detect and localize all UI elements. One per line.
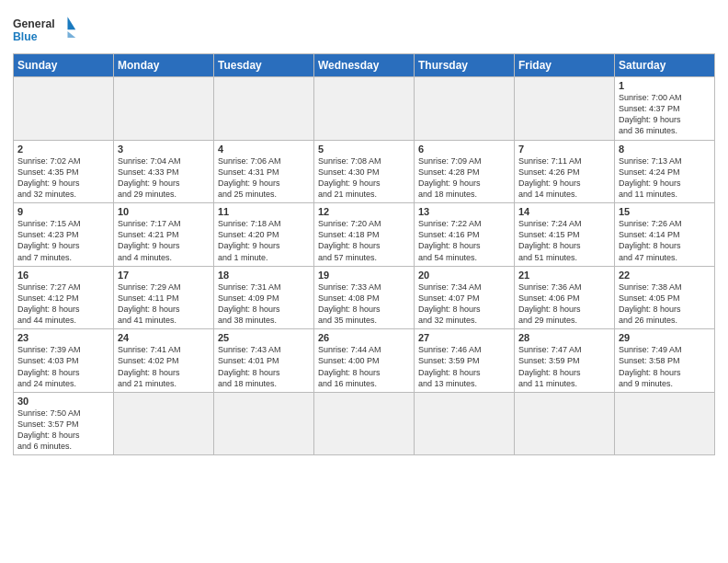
calendar-cell: 4Sunrise: 7:06 AM Sunset: 4:31 PM Daylig… — [214, 140, 314, 203]
logo-svg: General Blue — [13, 13, 77, 48]
day-number: 16 — [17, 270, 109, 281]
day-number: 14 — [518, 206, 610, 217]
calendar-cell — [515, 77, 615, 141]
day-info: Sunrise: 7:36 AM Sunset: 4:06 PM Dayligh… — [518, 282, 610, 327]
calendar-cell: 2Sunrise: 7:02 AM Sunset: 4:35 PM Daylig… — [14, 140, 114, 203]
day-of-week-header: Saturday — [615, 54, 715, 77]
day-number: 4 — [218, 144, 310, 155]
day-info: Sunrise: 7:41 AM Sunset: 4:02 PM Dayligh… — [118, 344, 210, 389]
svg-marker-3 — [68, 31, 76, 38]
day-number: 18 — [218, 270, 310, 281]
day-info: Sunrise: 7:43 AM Sunset: 4:01 PM Dayligh… — [218, 344, 310, 389]
day-number: 2 — [17, 144, 109, 155]
day-info: Sunrise: 7:39 AM Sunset: 4:03 PM Dayligh… — [17, 344, 109, 389]
day-number: 1 — [619, 80, 711, 91]
day-info: Sunrise: 7:34 AM Sunset: 4:07 PM Dayligh… — [418, 282, 510, 327]
day-of-week-header: Thursday — [415, 54, 515, 77]
calendar-cell: 12Sunrise: 7:20 AM Sunset: 4:18 PM Dayli… — [314, 203, 415, 267]
calendar-cell — [515, 392, 615, 455]
day-number: 13 — [418, 206, 510, 217]
calendar-header-row: SundayMondayTuesdayWednesdayThursdayFrid… — [14, 54, 715, 77]
day-info: Sunrise: 7:06 AM Sunset: 4:31 PM Dayligh… — [218, 155, 310, 201]
day-info: Sunrise: 7:20 AM Sunset: 4:18 PM Dayligh… — [318, 218, 410, 263]
day-number: 12 — [318, 206, 410, 217]
day-info: Sunrise: 7:09 AM Sunset: 4:28 PM Dayligh… — [418, 155, 510, 201]
calendar-cell: 13Sunrise: 7:22 AM Sunset: 4:16 PM Dayli… — [415, 203, 515, 267]
day-info: Sunrise: 7:13 AM Sunset: 4:24 PM Dayligh… — [619, 155, 711, 201]
calendar-cell: 22Sunrise: 7:38 AM Sunset: 4:05 PM Dayli… — [615, 266, 715, 329]
calendar-table: SundayMondayTuesdayWednesdayThursdayFrid… — [13, 53, 715, 455]
calendar-cell: 19Sunrise: 7:33 AM Sunset: 4:08 PM Dayli… — [314, 266, 415, 329]
day-number: 28 — [518, 332, 610, 343]
day-number: 11 — [218, 206, 310, 217]
calendar-cell: 28Sunrise: 7:47 AM Sunset: 3:59 PM Dayli… — [515, 329, 615, 393]
day-number: 25 — [218, 332, 310, 343]
calendar-cell — [415, 77, 515, 141]
day-number: 20 — [418, 270, 510, 281]
day-info: Sunrise: 7:49 AM Sunset: 3:58 PM Dayligh… — [619, 344, 711, 389]
day-number: 22 — [619, 270, 711, 281]
day-number: 9 — [17, 206, 109, 217]
calendar-cell — [214, 77, 314, 141]
svg-text:General: General — [13, 17, 55, 30]
day-info: Sunrise: 7:08 AM Sunset: 4:30 PM Dayligh… — [318, 155, 410, 201]
day-number: 30 — [17, 396, 109, 407]
calendar-cell — [314, 77, 415, 141]
day-info: Sunrise: 7:04 AM Sunset: 4:33 PM Dayligh… — [118, 155, 210, 201]
day-number: 3 — [118, 144, 210, 155]
calendar-cell: 15Sunrise: 7:26 AM Sunset: 4:14 PM Dayli… — [615, 203, 715, 267]
calendar-cell — [615, 392, 715, 455]
calendar-cell: 25Sunrise: 7:43 AM Sunset: 4:01 PM Dayli… — [214, 329, 314, 393]
day-of-week-header: Monday — [114, 54, 214, 77]
day-number: 15 — [619, 206, 711, 217]
calendar-cell: 30Sunrise: 7:50 AM Sunset: 3:57 PM Dayli… — [14, 392, 114, 455]
calendar-cell: 7Sunrise: 7:11 AM Sunset: 4:26 PM Daylig… — [515, 140, 615, 203]
day-number: 29 — [619, 332, 711, 343]
day-info: Sunrise: 7:18 AM Sunset: 4:20 PM Dayligh… — [218, 218, 310, 263]
day-info: Sunrise: 7:27 AM Sunset: 4:12 PM Dayligh… — [17, 282, 109, 327]
day-number: 21 — [518, 270, 610, 281]
day-info: Sunrise: 7:15 AM Sunset: 4:23 PM Dayligh… — [17, 218, 109, 263]
calendar-cell: 1Sunrise: 7:00 AM Sunset: 4:37 PM Daylig… — [615, 77, 715, 141]
calendar-cell: 3Sunrise: 7:04 AM Sunset: 4:33 PM Daylig… — [114, 140, 214, 203]
day-info: Sunrise: 7:24 AM Sunset: 4:15 PM Dayligh… — [518, 218, 610, 263]
day-info: Sunrise: 7:46 AM Sunset: 3:59 PM Dayligh… — [418, 344, 510, 389]
calendar-cell: 14Sunrise: 7:24 AM Sunset: 4:15 PM Dayli… — [515, 203, 615, 267]
calendar-cell: 29Sunrise: 7:49 AM Sunset: 3:58 PM Dayli… — [615, 329, 715, 393]
calendar-cell: 21Sunrise: 7:36 AM Sunset: 4:06 PM Dayli… — [515, 266, 615, 329]
day-info: Sunrise: 7:11 AM Sunset: 4:26 PM Dayligh… — [518, 155, 610, 201]
calendar-cell: 11Sunrise: 7:18 AM Sunset: 4:20 PM Dayli… — [214, 203, 314, 267]
day-of-week-header: Tuesday — [214, 54, 314, 77]
calendar-cell: 20Sunrise: 7:34 AM Sunset: 4:07 PM Dayli… — [415, 266, 515, 329]
day-info: Sunrise: 7:47 AM Sunset: 3:59 PM Dayligh… — [518, 344, 610, 389]
calendar-cell: 24Sunrise: 7:41 AM Sunset: 4:02 PM Dayli… — [114, 329, 214, 393]
day-info: Sunrise: 7:00 AM Sunset: 4:37 PM Dayligh… — [619, 92, 711, 137]
day-info: Sunrise: 7:44 AM Sunset: 4:00 PM Dayligh… — [318, 344, 410, 389]
day-of-week-header: Friday — [515, 54, 615, 77]
day-number: 26 — [318, 332, 410, 343]
day-number: 10 — [118, 206, 210, 217]
day-info: Sunrise: 7:22 AM Sunset: 4:16 PM Dayligh… — [418, 218, 510, 263]
calendar-cell: 27Sunrise: 7:46 AM Sunset: 3:59 PM Dayli… — [415, 329, 515, 393]
calendar-cell: 16Sunrise: 7:27 AM Sunset: 4:12 PM Dayli… — [14, 266, 114, 329]
calendar-cell: 26Sunrise: 7:44 AM Sunset: 4:00 PM Dayli… — [314, 329, 415, 393]
day-number: 7 — [518, 144, 610, 155]
calendar-cell: 6Sunrise: 7:09 AM Sunset: 4:28 PM Daylig… — [415, 140, 515, 203]
day-info: Sunrise: 7:17 AM Sunset: 4:21 PM Dayligh… — [118, 218, 210, 263]
calendar-cell: 18Sunrise: 7:31 AM Sunset: 4:09 PM Dayli… — [214, 266, 314, 329]
day-number: 19 — [318, 270, 410, 281]
logo: General Blue — [13, 13, 77, 48]
calendar-cell: 5Sunrise: 7:08 AM Sunset: 4:30 PM Daylig… — [314, 140, 415, 203]
day-number: 24 — [118, 332, 210, 343]
calendar-cell: 8Sunrise: 7:13 AM Sunset: 4:24 PM Daylig… — [615, 140, 715, 203]
day-info: Sunrise: 7:50 AM Sunset: 3:57 PM Dayligh… — [17, 408, 109, 453]
calendar-cell — [415, 392, 515, 455]
page-header: General Blue — [13, 9, 715, 48]
day-number: 17 — [118, 270, 210, 281]
day-number: 27 — [418, 332, 510, 343]
day-info: Sunrise: 7:38 AM Sunset: 4:05 PM Dayligh… — [619, 282, 711, 327]
day-number: 6 — [418, 144, 510, 155]
day-info: Sunrise: 7:29 AM Sunset: 4:11 PM Dayligh… — [118, 282, 210, 327]
day-info: Sunrise: 7:26 AM Sunset: 4:14 PM Dayligh… — [619, 218, 711, 263]
day-of-week-header: Wednesday — [314, 54, 415, 77]
